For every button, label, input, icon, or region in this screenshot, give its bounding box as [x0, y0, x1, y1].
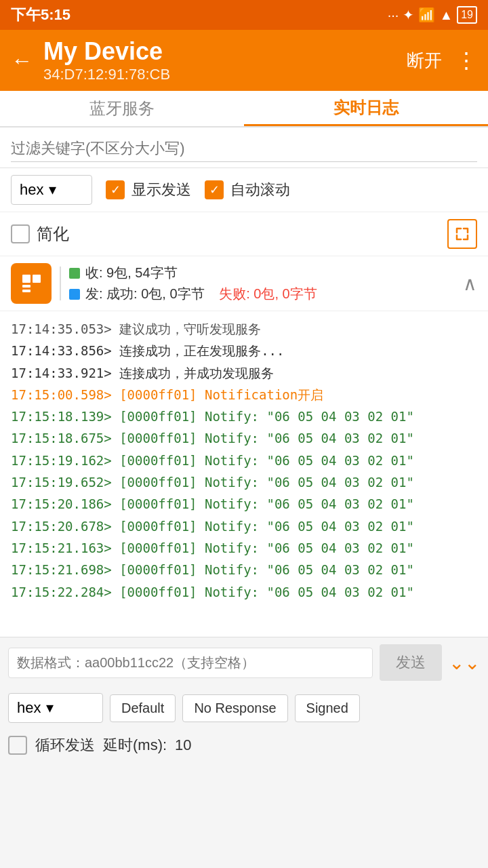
- data-input[interactable]: [8, 648, 373, 678]
- log-text: 17:14:33.856> 连接成功，正在发现服务...: [11, 343, 284, 358]
- delay-label: 延时(ms):: [103, 735, 167, 755]
- stats-text: 收: 9包, 54字节 发: 成功: 0包, 0字节 失败: 0包, 0字节: [69, 264, 455, 303]
- list-item: 17:15:00.598> [0000ff01] Notification开启: [11, 384, 477, 406]
- status-icons: ··· ✦ 📶 ▲ 19: [388, 6, 477, 24]
- log-text: 17:15:18.675> [0000ff01] Notify: "06 05 …: [11, 431, 414, 446]
- log-text: 17:15:22.284> [0000ff01] Notify: "06 05 …: [11, 585, 414, 599]
- list-item: 17:15:21.163> [0000ff01] Notify: "06 05 …: [11, 537, 477, 559]
- log-text: 17:15:21.163> [0000ff01] Notify: "06 05 …: [11, 540, 414, 555]
- loop-send-label: 循环发送: [35, 735, 95, 755]
- disconnect-button[interactable]: 断开: [407, 49, 442, 73]
- status-bar: 下午5:15 ··· ✦ 📶 ▲ 19: [0, 0, 488, 30]
- device-address: 34:D7:12:91:78:CB: [43, 66, 407, 83]
- filter-input[interactable]: [11, 136, 477, 162]
- back-button[interactable]: ←: [11, 48, 33, 73]
- tab-realtime-log[interactable]: 实时日志: [244, 91, 488, 126]
- log-text: 17:15:00.598> [0000ff01] Notification开启: [11, 387, 323, 402]
- loop-send-checkbox[interactable]: [8, 736, 27, 755]
- app-bar-actions: 断开 ⋮: [407, 47, 477, 73]
- list-item: 17:15:20.678> [0000ff01] Notify: "06 05 …: [11, 515, 477, 537]
- tab-ble-service[interactable]: 蓝牙服务: [0, 91, 244, 126]
- log-text: 17:15:21.698> [0000ff01] Notify: "06 05 …: [11, 562, 414, 577]
- battery-icon: 19: [457, 6, 477, 24]
- cellular-icon: 📶: [418, 7, 435, 23]
- auto-scroll-label: 自动滚动: [230, 180, 290, 200]
- bottom-format-row: hex ▾ Default No Response Signed: [0, 688, 488, 728]
- simplify-label: 简化: [37, 223, 69, 245]
- show-send-label: 显示发送: [131, 180, 191, 200]
- recv-dot: [69, 268, 80, 279]
- default-button[interactable]: Default: [110, 694, 176, 722]
- wifi-icon: ▲: [439, 7, 453, 23]
- simplify-left: 简化: [11, 223, 69, 245]
- loop-row: 循环发送 延时(ms): 10: [0, 728, 488, 762]
- send-dot: [69, 289, 80, 300]
- log-text: 17:15:19.162> [0000ff01] Notify: "06 05 …: [11, 453, 414, 468]
- list-item: 17:15:18.675> [0000ff01] Notify: "06 05 …: [11, 427, 477, 449]
- bottom-format-select[interactable]: hex ▾: [8, 693, 103, 723]
- device-name: My Device: [43, 37, 407, 66]
- log-text: 17:15:19.652> [0000ff01] Notify: "06 05 …: [11, 475, 414, 490]
- list-item: 17:15:19.162> [0000ff01] Notify: "06 05 …: [11, 450, 477, 471]
- list-item: 17:15:18.139> [0000ff01] Notify: "06 05 …: [11, 406, 477, 427]
- more-menu-button[interactable]: ⋮: [455, 47, 477, 73]
- tab-bar: 蓝牙服务 实时日志: [0, 91, 488, 127]
- bottom-area: 发送 ⌄⌄ hex ▾ Default No Response Signed 循…: [0, 637, 488, 762]
- stats-divider: [60, 267, 61, 300]
- filter-section: [0, 127, 488, 168]
- collapse-icon[interactable]: ∧: [463, 273, 477, 295]
- expand-icon[interactable]: [447, 219, 477, 249]
- list-item: 17:15:20.186> [0000ff01] Notify: "06 05 …: [11, 493, 477, 515]
- input-row: 发送 ⌄⌄: [0, 637, 488, 688]
- log-text: 17:15:20.186> [0000ff01] Notify: "06 05 …: [11, 496, 414, 511]
- simplify-checkbox[interactable]: [11, 224, 30, 243]
- show-send-group: ✓ 显示发送: [106, 180, 191, 200]
- status-time: 下午5:15: [11, 5, 70, 25]
- auto-scroll-checkbox[interactable]: ✓: [205, 180, 224, 199]
- no-response-button[interactable]: No Response: [182, 694, 287, 722]
- send-button[interactable]: 发送: [380, 644, 442, 681]
- log-text: 17:15:20.678> [0000ff01] Notify: "06 05 …: [11, 519, 414, 534]
- log-text: 17:14:33.921> 连接成功，并成功发现服务: [11, 366, 274, 380]
- list-item: 17:14:33.921> 连接成功，并成功发现服务: [11, 362, 477, 384]
- log-area: 17:14:35.053> 建议成功，守听发现服务 17:14:33.856> …: [0, 311, 488, 637]
- app-bar: ← My Device 34:D7:12:91:78:CB 断开 ⋮: [0, 30, 488, 91]
- show-send-checkbox[interactable]: ✓: [106, 180, 125, 199]
- stats-icon: [11, 263, 52, 304]
- simplify-bar: 简化: [0, 212, 488, 256]
- list-item: 17:15:22.284> [0000ff01] Notify: "06 05 …: [11, 581, 477, 603]
- app-title-section: My Device 34:D7:12:91:78:CB: [43, 37, 407, 83]
- log-text: 17:15:18.139> [0000ff01] Notify: "06 05 …: [11, 409, 414, 424]
- stats-bar: 收: 9包, 54字节 发: 成功: 0包, 0字节 失败: 0包, 0字节 ∧: [0, 256, 488, 311]
- signal-dots-icon: ···: [388, 7, 399, 23]
- format-bar: hex ▾ ✓ 显示发送 ✓ 自动滚动: [0, 168, 488, 212]
- send-label: 发: 成功: 0包, 0字节: [85, 285, 205, 303]
- list-item: 17:15:19.652> [0000ff01] Notify: "06 05 …: [11, 471, 477, 493]
- list-item: 17:15:21.698> [0000ff01] Notify: "06 05 …: [11, 559, 477, 580]
- send-stats: 发: 成功: 0包, 0字节 失败: 0包, 0字节: [69, 285, 455, 303]
- dropdown-arrow-icon: ▾: [46, 699, 54, 717]
- list-item: 17:14:33.856> 连接成功，正在发现服务...: [11, 340, 477, 361]
- fail-label: 失败: 0包, 0字节: [219, 285, 317, 303]
- format-select[interactable]: hex ▾: [11, 175, 92, 205]
- expand-down-icon[interactable]: ⌄⌄: [449, 652, 480, 674]
- auto-scroll-group: ✓ 自动滚动: [205, 180, 290, 200]
- dropdown-arrow-icon: ▾: [49, 181, 56, 199]
- signed-button[interactable]: Signed: [295, 694, 360, 722]
- recv-label: 收: 9包, 54字节: [85, 264, 178, 282]
- recv-stats: 收: 9包, 54字节: [69, 264, 455, 282]
- delay-value: 10: [175, 736, 191, 754]
- log-entry-truncated: 17:14:35.053> 建议成功，守听发现服务: [11, 318, 477, 340]
- bluetooth-icon: ✦: [403, 7, 414, 23]
